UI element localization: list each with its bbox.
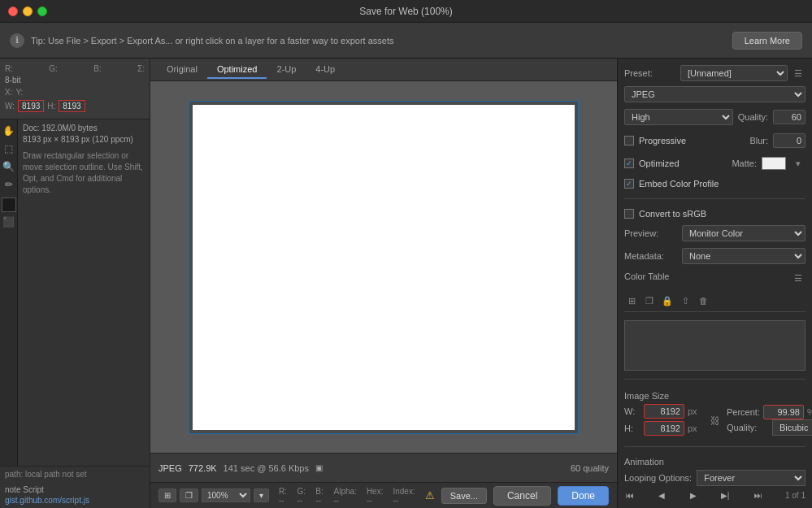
divider-1 <box>624 198 805 199</box>
h-label: H: <box>47 102 55 111</box>
doc-info-line2: 8193 px × 8193 px (120 ppcm) <box>23 134 145 145</box>
toggle-tool[interactable]: ⬛ <box>1 214 17 230</box>
g-label: G: <box>49 64 58 73</box>
footer-right: ⚠ Save... Cancel Done <box>425 486 609 506</box>
progressive-checkbox[interactable] <box>624 136 634 145</box>
percent-input[interactable]: 99.98 <box>763 405 804 419</box>
looping-select[interactable]: Forever <box>697 470 805 486</box>
next-frame-button[interactable]: ▶| <box>719 489 732 501</box>
traffic-lights <box>8 7 47 16</box>
preset-select[interactable]: [Unnamed] <box>680 65 788 81</box>
width-row: W: 8192 px <box>624 404 704 419</box>
left-bottom: path: local path not set note Script gis… <box>0 466 150 508</box>
script-link[interactable]: gist.github.com/script.js <box>5 496 145 505</box>
color-box[interactable] <box>2 198 16 212</box>
tab-original[interactable]: Original <box>157 61 207 79</box>
hex-info: Hex: -- <box>367 487 384 505</box>
convert-srgb-label: Convert to sRGB <box>639 209 706 219</box>
b-label: B: <box>93 64 101 73</box>
percent-label: Percent: <box>727 407 760 417</box>
learn-more-button[interactable]: Learn More <box>732 32 802 50</box>
title-bar: Save for Web (100%) <box>0 0 812 23</box>
tab-optimized[interactable]: Optimized <box>207 61 267 79</box>
format-label: JPEG <box>158 463 182 473</box>
metadata-select[interactable]: None <box>682 248 805 264</box>
left-panel-content: ✋ ⬚ 🔍 ✏ ⬛ Doc: 192.0M/0 bytes 8193 px × … <box>0 119 150 466</box>
quality-type-select2[interactable]: Bicubic <box>772 419 812 436</box>
canvas-area <box>150 81 617 453</box>
zoom-out-button[interactable]: ⊞ <box>158 488 176 502</box>
tip-icon: ℹ <box>10 33 24 48</box>
close-button[interactable] <box>8 7 18 16</box>
height-input[interactable]: 8192 <box>644 421 684 436</box>
minimize-button[interactable] <box>23 7 33 16</box>
animation-section: Animation Looping Options: Forever ⏮ ◀ ▶… <box>624 457 805 501</box>
w-label: W: <box>5 102 15 111</box>
warning-icon: ⚠ <box>425 489 435 501</box>
image-size-label: Image Size <box>624 391 805 401</box>
color-table-menu-icon[interactable]: ☰ <box>791 271 805 285</box>
maximize-button[interactable] <box>37 7 47 16</box>
zoom-dropdown-button[interactable]: ▾ <box>254 488 269 502</box>
quality-right: 60 quality <box>571 463 609 473</box>
width-input[interactable]: 8192 <box>644 404 684 419</box>
embed-color-checkbox[interactable] <box>624 179 634 189</box>
hand-tool[interactable]: ✋ <box>1 123 17 139</box>
play-button[interactable]: ▶ <box>688 489 698 501</box>
progressive-row: Progressive Blur: 0 <box>624 132 805 150</box>
canvas-wrapper <box>189 101 579 434</box>
footer-bar: ⊞ ❐ 100% ▾ R: -- G: -- B: -- Alpha: -- H… <box>150 482 617 508</box>
lock-color-icon[interactable]: 🔒 <box>660 293 675 308</box>
matte-color[interactable] <box>762 157 786 170</box>
progressive-label: Progressive <box>639 136 686 145</box>
preview-select[interactable]: Monitor Color <box>682 225 805 241</box>
blur-label: Blur: <box>749 136 768 145</box>
cancel-button[interactable]: Cancel <box>493 486 551 506</box>
percent-unit: % <box>807 407 812 417</box>
file-size: 772.9K <box>189 463 217 473</box>
last-frame-button[interactable]: ⏭ <box>753 489 764 501</box>
info-panel: R: G: B: Σ: 8-bit X: Y: W: 8193 H: 8193 <box>5 63 145 114</box>
copy-color-icon[interactable]: ⊞ <box>624 293 639 308</box>
rgb-row: R: G: B: Σ: <box>5 63 145 74</box>
prev-frame-button[interactable]: ◀ <box>657 489 667 501</box>
save-button[interactable]: Save... <box>441 488 487 504</box>
tab-4up[interactable]: 4-Up <box>306 61 345 79</box>
quality-input[interactable]: 60 <box>773 110 805 124</box>
optimized-label: Optimized <box>639 158 680 168</box>
optimized-row: Optimized Matte: ▾ <box>624 154 805 172</box>
preset-row: Preset: [Unnamed] ☰ <box>624 65 805 81</box>
shift-icon[interactable]: ⇧ <box>678 293 693 308</box>
duplicate-color-icon[interactable]: ❐ <box>642 293 657 308</box>
quality-type-select[interactable]: High <box>624 109 733 125</box>
zoom-in-button[interactable]: ❐ <box>180 488 198 502</box>
tab-2up[interactable]: 2-Up <box>267 61 306 79</box>
percent-row: Percent: 99.98 % <box>727 405 812 419</box>
path-label: path: local path not set <box>5 470 145 479</box>
optimized-checkbox[interactable] <box>624 158 634 168</box>
trash-color-icon[interactable]: 🗑 <box>696 293 710 308</box>
convert-srgb-checkbox[interactable] <box>624 209 634 219</box>
h-label-r: H: <box>624 423 640 433</box>
playback-controls: ⏮ ◀ ▶ ▶| ⏭ 1 of 1 <box>624 489 805 501</box>
tabs-bar: Original Optimized 2-Up 4-Up <box>150 59 617 81</box>
slice-tool[interactable]: ⬚ <box>1 141 17 157</box>
color-table-label: Color Table <box>624 271 669 281</box>
animation-label: Animation <box>624 457 805 467</box>
matte-dropdown-icon[interactable]: ▾ <box>791 156 805 171</box>
eyedropper-tool[interactable]: ✏ <box>1 176 17 193</box>
link-dimensions-icon[interactable]: ⛓ <box>710 414 720 428</box>
zoom-tool[interactable]: 🔍 <box>1 158 17 175</box>
zoom-select[interactable]: 100% <box>202 488 250 502</box>
preset-menu-icon[interactable]: ☰ <box>791 66 805 80</box>
blur-input[interactable]: 0 <box>773 133 805 148</box>
metadata-label: Metadata: <box>624 251 677 261</box>
preview-row: Preview: Monitor Color <box>624 225 805 241</box>
quality-type-label2: Quality: <box>727 423 767 432</box>
footer-controls: ⊞ ❐ 100% ▾ <box>158 488 269 502</box>
first-frame-button[interactable]: ⏮ <box>624 489 636 501</box>
done-button[interactable]: Done <box>558 486 609 506</box>
format-select[interactable]: JPEG <box>624 86 805 102</box>
info-panel-top: R: G: B: Σ: 8-bit X: Y: W: 8193 H: 8193 <box>0 59 150 119</box>
r-info: R: -- <box>279 487 288 505</box>
